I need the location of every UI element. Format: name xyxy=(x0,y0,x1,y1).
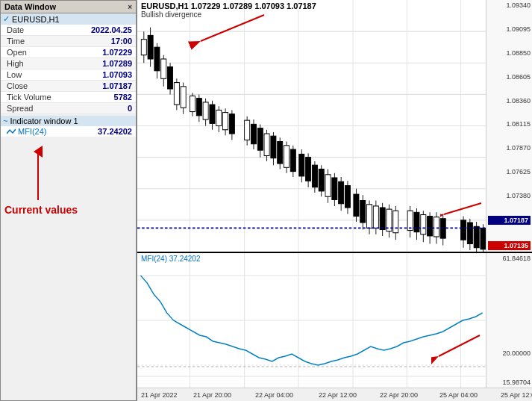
mfi-price-top: 61.84618 xyxy=(488,255,531,262)
svg-rect-70 xyxy=(319,169,324,190)
mfi-icon xyxy=(7,128,16,135)
svg-rect-50 xyxy=(251,124,256,143)
svg-rect-84 xyxy=(367,205,372,229)
x-label-7: 25 Apr 12:00 xyxy=(501,391,532,399)
svg-line-5 xyxy=(444,203,481,214)
price-arrow-icon xyxy=(440,196,485,226)
svg-rect-46 xyxy=(229,114,234,134)
mfi-value: 37.24202 xyxy=(98,127,132,136)
data-window: Data Window × ✓ EURUSD,H1 Date 2022.04.2… xyxy=(0,0,137,401)
svg-rect-38 xyxy=(203,102,208,119)
svg-rect-108 xyxy=(467,223,472,243)
svg-rect-80 xyxy=(354,194,359,216)
svg-rect-60 xyxy=(284,146,289,167)
high-label: High xyxy=(7,59,24,68)
svg-rect-48 xyxy=(245,120,250,140)
date-row: Date 2022.04.25 xyxy=(1,25,136,36)
divergence-arrow-icon xyxy=(182,7,272,52)
low-label: Low xyxy=(7,70,22,79)
indicator-wave-icon: ~ xyxy=(3,116,7,125)
svg-rect-102 xyxy=(434,217,439,237)
main-chart[interactable]: EURUSD,H1 1.07229 1.07289 1.07093 1.0718… xyxy=(137,0,532,253)
svg-rect-42 xyxy=(216,110,222,125)
x-label-6: 25 Apr 04:00 xyxy=(439,391,478,399)
spread-value: 0 xyxy=(128,104,132,113)
svg-rect-28 xyxy=(168,67,173,89)
mfi-label: MFI(24) xyxy=(7,127,47,136)
svg-rect-22 xyxy=(148,35,153,59)
svg-rect-36 xyxy=(196,99,201,116)
symbol-label: EURUSD,H1 xyxy=(12,15,60,24)
open-value: 1.07229 xyxy=(102,48,132,57)
svg-rect-74 xyxy=(332,178,337,199)
indicator-section-header: ~ Indicator window 1 xyxy=(1,116,136,126)
price-label-current: 1.07187 xyxy=(488,216,531,225)
mfi-price-bottom1: 20.00000 xyxy=(488,349,531,357)
x-label-5: 22 Apr 20:00 xyxy=(380,391,418,399)
svg-rect-92 xyxy=(393,211,398,232)
current-values-arrow-icon xyxy=(16,144,60,204)
symbol-check-icon: ✓ xyxy=(3,14,10,24)
high-row: High 1.07289 xyxy=(1,58,136,69)
time-label: Time xyxy=(7,37,25,46)
spread-label: Spread xyxy=(7,104,33,113)
svg-rect-44 xyxy=(223,113,228,130)
time-value: 17:00 xyxy=(111,37,132,46)
svg-rect-62 xyxy=(290,149,295,171)
time-row: Time 17:00 xyxy=(1,36,136,47)
x-label-2: 21 Apr 20:00 xyxy=(193,391,231,399)
price-label-5: 1.08360 xyxy=(488,97,531,105)
indicator-price-axis: 61.84618 20.00000 15.98704 xyxy=(486,253,532,388)
price-label-8: 1.07625 xyxy=(488,168,531,175)
svg-rect-78 xyxy=(345,186,350,208)
x-label-3: 22 Apr 04:00 xyxy=(255,391,293,399)
price-label-6: 1.08115 xyxy=(488,120,531,128)
svg-rect-54 xyxy=(264,134,269,155)
svg-rect-52 xyxy=(257,128,263,150)
svg-rect-82 xyxy=(360,201,366,223)
svg-line-3 xyxy=(201,15,264,41)
spread-row: Spread 0 xyxy=(1,103,136,114)
mfi-line-chart xyxy=(137,253,486,388)
svg-rect-34 xyxy=(190,96,195,111)
low-row: Low 1.07093 xyxy=(1,69,136,81)
close-button[interactable]: × xyxy=(128,3,132,11)
price-label-9: 1.07380 xyxy=(488,192,531,199)
svg-rect-76 xyxy=(339,181,344,203)
price-label-1: 1.09340 xyxy=(488,1,531,9)
svg-rect-24 xyxy=(154,47,160,71)
high-value: 1.07289 xyxy=(102,59,132,68)
x-label-4: 22 Apr 12:00 xyxy=(319,391,357,399)
svg-rect-98 xyxy=(421,215,426,234)
price-label-2: 1.09095 xyxy=(488,25,531,33)
svg-rect-30 xyxy=(174,83,179,105)
svg-rect-100 xyxy=(428,217,433,236)
svg-rect-58 xyxy=(278,142,283,164)
price-label-low: 1.07135 xyxy=(488,241,531,250)
close-row: Close 1.07187 xyxy=(1,81,136,92)
tickvolume-label: Tick Volume xyxy=(7,93,51,102)
svg-rect-64 xyxy=(299,154,304,175)
data-window-title: Data Window × xyxy=(1,1,136,13)
svg-rect-112 xyxy=(481,228,486,249)
close-value: 1.07187 xyxy=(102,81,132,90)
svg-rect-110 xyxy=(474,226,479,247)
x-axis: 21 Apr 2022 21 Apr 20:00 22 Apr 04:00 22… xyxy=(137,388,532,401)
svg-rect-56 xyxy=(271,136,276,158)
svg-rect-26 xyxy=(161,59,166,78)
price-label-7: 1.07870 xyxy=(488,144,531,152)
svg-rect-86 xyxy=(373,206,378,228)
date-value: 2022.04.25 xyxy=(91,25,132,34)
price-axis: 1.09340 1.09095 1.08850 1.08605 1.08360 … xyxy=(486,0,532,252)
indicator-chart[interactable]: MFI(24) 37.24202 xyxy=(137,253,532,388)
svg-rect-40 xyxy=(210,105,215,123)
low-value: 1.07093 xyxy=(102,70,132,79)
x-label-1: 21 Apr 2022 xyxy=(141,391,178,399)
price-label-4: 1.08605 xyxy=(488,73,531,81)
svg-rect-66 xyxy=(306,158,311,181)
chart-area: EURUSD,H1 1.07229 1.07289 1.07093 1.0718… xyxy=(137,0,532,401)
date-label: Date xyxy=(7,25,24,34)
open-label: Open xyxy=(7,48,27,57)
svg-rect-32 xyxy=(181,87,186,108)
mfi-chart-arrow-icon xyxy=(431,328,484,365)
